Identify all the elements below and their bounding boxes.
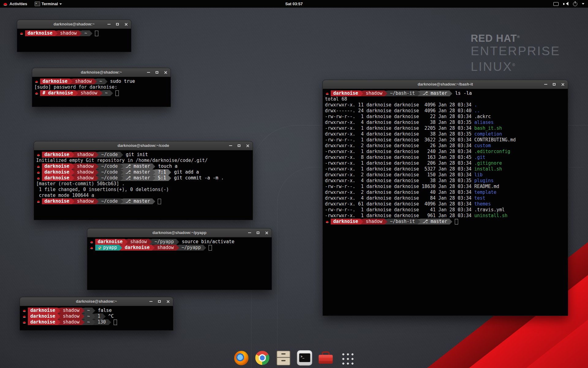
window-titlebar[interactable]: darknoise@shadow:~/pyapp xyxy=(87,228,272,237)
powerline-separator-icon xyxy=(203,245,206,251)
minimize-button[interactable] xyxy=(148,298,154,305)
terminal-cursor xyxy=(209,245,212,251)
terminal-cursor xyxy=(114,320,117,325)
file-name: .. xyxy=(474,108,480,114)
activities-label: Activities xyxy=(9,2,27,6)
terminal-content[interactable]: darknoiseshadow~/pyapp source bin/activa… xyxy=(87,237,272,252)
close-button[interactable] xyxy=(244,143,251,149)
activities-button[interactable]: Activities xyxy=(0,0,30,8)
file-meta: drwxrwxr-x. 4 darknoise darknoise 84 Jan… xyxy=(325,195,474,201)
close-icon xyxy=(166,300,170,303)
maximize-button[interactable] xyxy=(236,143,242,149)
prompt-line: darknoiseshadow~/code⎇ master?:1 git add… xyxy=(36,169,251,175)
caret-down-icon[interactable] xyxy=(582,3,584,6)
close-button[interactable] xyxy=(162,69,169,76)
file-name: uninstall.sh xyxy=(474,213,507,219)
window-titlebar[interactable]: darknoise@shadow:~ xyxy=(32,68,171,77)
file-name: lib xyxy=(474,172,483,178)
prompt-segment-user: darknoise xyxy=(95,239,125,245)
power-icon[interactable] xyxy=(573,2,577,6)
terminal-cursor xyxy=(115,90,119,96)
terminal-content[interactable]: darknoiseshadow~ falsedarknoiseshadow~1 … xyxy=(20,306,173,326)
prompt-segment-host: shadow xyxy=(74,175,96,181)
output-line: drwxrwxr-x. 4 darknoise darknoise 38 Jan… xyxy=(325,131,566,137)
files-icon[interactable] xyxy=(276,350,292,366)
minimize-icon xyxy=(147,72,150,73)
display-icon[interactable] xyxy=(553,2,559,6)
output-line: [sudo] password for darknoise: xyxy=(34,84,168,90)
close-button[interactable] xyxy=(165,298,171,305)
minimize-button[interactable] xyxy=(227,143,234,149)
window-titlebar[interactable]: darknoise@shadow:~ xyxy=(20,297,173,306)
prompt-segment-host: shadow xyxy=(128,239,149,245)
maximize-button[interactable] xyxy=(551,81,557,88)
close-icon xyxy=(164,71,167,74)
terminal-content[interactable]: darknoiseshadow~/code git initInitialize… xyxy=(34,150,253,205)
volume-icon[interactable] xyxy=(563,2,568,6)
close-button[interactable] xyxy=(123,21,129,28)
window-titlebar[interactable]: darknoise@shadow:~/bash-it xyxy=(323,80,568,89)
prompt-line: darknoiseshadow~/pyapp source bin/activa… xyxy=(89,239,270,245)
prompt-segment-user: darknoise xyxy=(28,319,58,325)
chrome-icon[interactable] xyxy=(254,350,270,366)
powerline-separator-icon xyxy=(110,90,113,96)
window-title: darknoise@shadow:~/pyapp xyxy=(87,228,272,237)
status-icons[interactable] xyxy=(549,0,588,8)
file-meta: -rw-rw-r--. 1 darknoise darknoise 3622 J… xyxy=(325,137,474,143)
window-titlebar[interactable]: darknoise@shadow:~/code xyxy=(34,141,253,150)
prompt-hat-icon xyxy=(90,246,94,249)
minimize-button[interactable] xyxy=(106,21,112,28)
file-name: CONTRIBUTING.md xyxy=(474,137,516,143)
terminal-content[interactable]: darknoiseshadow~ sudo true[sudo] passwor… xyxy=(32,77,171,97)
prompt-segment-host: shadow xyxy=(155,245,176,251)
minimize-icon xyxy=(149,301,153,302)
output-line: drwxrwxr-x. 61 darknoise darknoise 4096 … xyxy=(325,201,566,207)
prompt-line: darknoiseshadow~130 xyxy=(22,319,171,325)
maximize-button[interactable] xyxy=(255,230,261,236)
minimize-button[interactable] xyxy=(246,230,253,236)
prompt-line: darknoiseshadow~1 ^C xyxy=(22,313,171,319)
prompt-segment-status: 1 xyxy=(95,313,103,319)
brand-enterprise: ENTERPRISE xyxy=(471,44,560,58)
firefox-icon[interactable] xyxy=(233,350,249,366)
close-button[interactable] xyxy=(560,81,566,88)
maximize-icon xyxy=(553,83,556,86)
terminal-content[interactable]: darknoiseshadow~/bash-it⎇ master ls -lat… xyxy=(323,89,568,226)
terminal-icon[interactable] xyxy=(297,350,313,366)
file-name: template xyxy=(474,190,496,195)
app-menu-label: Terminal xyxy=(42,2,58,6)
top-bar: Activities Terminal Sat 03:57 xyxy=(0,0,588,8)
prompt-hat-icon xyxy=(36,177,40,180)
file-name: bash_it.sh xyxy=(474,125,502,131)
prompt-segment-host: shadow xyxy=(363,90,385,96)
prompt-line: darknoiseshadow~ false xyxy=(22,308,171,313)
prompt-segment-host: shadow xyxy=(74,152,96,158)
powerline-separator-icon xyxy=(96,170,99,175)
file-meta: -rw-rw-r--. 1 darknoise darknoise 41 Jan… xyxy=(325,207,474,213)
toolbox-icon[interactable] xyxy=(318,350,334,366)
close-button[interactable] xyxy=(263,230,270,236)
powerline-separator-icon xyxy=(120,164,123,169)
maximize-button[interactable] xyxy=(156,298,163,305)
close-icon xyxy=(265,231,268,235)
app-grid-icon[interactable] xyxy=(339,350,355,366)
brand-red-hat: RED HAT® xyxy=(471,31,560,44)
clock[interactable]: Sat 03:57 xyxy=(285,2,303,6)
minimize-icon xyxy=(248,232,251,233)
output-line: drwxrwxr-x. 11 darknoise darknoise 4096 … xyxy=(325,102,566,108)
powerline-separator-icon xyxy=(82,308,85,313)
maximize-button[interactable] xyxy=(114,21,121,28)
powerline-separator-icon xyxy=(385,219,387,224)
powerline-separator-icon xyxy=(153,164,155,169)
minimize-button[interactable] xyxy=(145,69,152,76)
terminal-window: darknoise@shadow:~/code darknoiseshadow~… xyxy=(34,141,253,220)
minimize-button[interactable] xyxy=(542,81,549,88)
window-titlebar[interactable]: darknoise@shadow:~ xyxy=(17,20,131,29)
file-meta: -rw-rw-r--. 1 darknoise darknoise 22 Jan… xyxy=(325,114,474,120)
prompt-segment-git: ⎇ master xyxy=(420,90,450,96)
terminal-content[interactable]: darknoiseshadow~ xyxy=(17,29,131,37)
app-menu-button[interactable]: Terminal xyxy=(32,0,65,8)
maximize-button[interactable] xyxy=(154,69,160,76)
output-line: -rwxrwxr-x. 1 darknoise darknoise 240 Ja… xyxy=(325,149,566,155)
prompt-segment-user: darknoise xyxy=(42,163,72,169)
